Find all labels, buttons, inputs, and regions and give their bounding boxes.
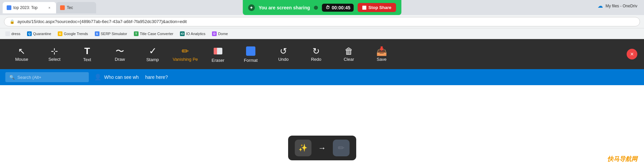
tool-clear[interactable]: 🗑 Clear — [334, 42, 364, 66]
stamp-icon: ✓ — [149, 46, 157, 56]
bookmark-favicon-io: IO — [180, 31, 185, 36]
lock-icon: 🔒 — [10, 19, 15, 24]
toolbar-close-button[interactable]: × — [627, 49, 637, 59]
url-bar[interactable]: 🔒 ayouts/15/doc.aspx?sourcedoc={489b77ab… — [4, 17, 640, 26]
submenu-arrow: → — [318, 143, 326, 153]
bookmark-label-io: IO Analytics — [186, 32, 205, 36]
tab-strip: top 2023: Top × Tec — [0, 0, 96, 15]
onedrive-tab[interactable]: ☁ My files - OneDriv — [598, 3, 637, 9]
text-icon: T — [84, 46, 90, 56]
bookmark-serp[interactable]: S SERP Simulator — [92, 31, 130, 37]
format-icon — [246, 46, 255, 56]
user-icon: 👤 — [94, 73, 101, 81]
onedrive-label: My files - OneDriv — [606, 4, 637, 8]
submenu-sparkle-button[interactable]: ✨ — [295, 140, 311, 156]
search-placeholder: Search (Alt+ — [17, 75, 41, 80]
tool-undo-label: Undo — [278, 57, 288, 62]
sharing-status-dot — [314, 6, 318, 10]
tool-save[interactable]: 📥 Save — [367, 42, 397, 66]
search-input[interactable]: 🔍 Search (Alt+ — [5, 72, 89, 82]
tab-1-favicon — [7, 5, 11, 10]
bookmark-label-address: dress — [11, 32, 20, 36]
share-user-row: 👤 Who can see wh ... hare here? — [94, 73, 168, 81]
search-icon: 🔍 — [9, 75, 15, 80]
annotation-toolbar: ↖ Mouse ⊹ Select T Text 〜 Draw ✓ Stamp ✏… — [0, 39, 644, 69]
bookmark-title-case[interactable]: T Title Case Converter — [131, 31, 176, 37]
sharing-text: You are screen sharing — [259, 5, 310, 10]
tab-2-favicon — [60, 5, 65, 10]
bookmark-favicon-dome: D — [212, 31, 217, 36]
sharepoint-header: 🔍 Search (Alt+ 👤 Who can see wh ... hare… — [0, 69, 644, 85]
bookmark-address[interactable]: dress — [3, 31, 23, 37]
bookmarks-bar: dress Q Quarantine G Google Trends S SER… — [0, 28, 644, 39]
tool-draw-label: Draw — [115, 57, 125, 62]
clock-icon: ⏱ — [326, 5, 330, 10]
tab-1[interactable]: top 2023: Top × — [3, 2, 56, 13]
tool-mouse[interactable]: ↖ Mouse — [7, 42, 37, 66]
bookmark-label-title: Title Case Converter — [140, 32, 173, 36]
tool-format-label: Format — [244, 58, 257, 63]
bookmark-quarantine[interactable]: Q Quarantine — [24, 31, 54, 37]
stop-share-label: Stop Share — [369, 5, 392, 10]
bookmark-io-analytics[interactable]: IO IO Analytics — [177, 31, 208, 37]
share-bird-icon: ✦ — [248, 4, 255, 11]
save-icon: 📥 — [376, 47, 387, 55]
tool-format[interactable]: Format — [236, 42, 266, 66]
url-text: ayouts/15/doc.aspx?sourcedoc={489b77ab-6… — [17, 19, 187, 24]
redo-icon: ↻ — [312, 47, 320, 55]
tab-2-label: Tec — [67, 5, 73, 10]
pen-submenu-icon: ✏ — [338, 143, 345, 153]
tool-undo[interactable]: ↺ Undo — [268, 42, 298, 66]
url-bar-row: 🔒 ayouts/15/doc.aspx?sourcedoc={489b77ab… — [0, 15, 644, 28]
page-content: 🔍 Search (Alt+ 👤 Who can see wh ... hare… — [0, 69, 644, 167]
trash-icon: 🗑 — [345, 47, 353, 55]
bookmark-favicon-quarantine: Q — [27, 31, 32, 36]
eraser-icon — [214, 48, 222, 54]
submenu-pen-button[interactable]: ✏ — [333, 140, 350, 156]
vanishing-pen-submenu: ✨ → ✏ — [288, 136, 356, 160]
stop-icon — [363, 6, 367, 10]
tool-clear-label: Clear — [344, 57, 354, 62]
bookmark-favicon-google: G — [58, 31, 62, 36]
bookmark-google-trends[interactable]: G Google Trends — [55, 31, 90, 37]
draw-icon: 〜 — [116, 47, 124, 55]
select-icon: ⊹ — [51, 47, 58, 55]
undo-icon: ↺ — [280, 47, 287, 55]
tool-select-label: Select — [48, 57, 60, 62]
sparkle-icon: ✨ — [298, 144, 307, 152]
bookmark-label-serp: SERP Simulator — [101, 32, 127, 36]
tool-eraser[interactable]: Eraser — [203, 42, 233, 66]
tool-text[interactable]: T Text — [72, 42, 102, 66]
tool-text-label: Text — [83, 57, 91, 62]
tool-redo-label: Redo — [311, 57, 321, 62]
stop-share-button[interactable]: Stop Share — [358, 3, 396, 12]
tab-2[interactable]: Tec — [56, 2, 96, 13]
tool-select[interactable]: ⊹ Select — [39, 42, 69, 66]
tool-save-label: Save — [377, 57, 387, 62]
tool-draw[interactable]: 〜 Draw — [105, 42, 135, 66]
browser-chrome: top 2023: Top × Tec ✦ You are screen sha… — [0, 0, 644, 15]
bookmark-label-quarantine: Quarantine — [33, 32, 51, 36]
timer-value: 00:00:45 — [332, 5, 351, 10]
tool-redo[interactable]: ↻ Redo — [301, 42, 331, 66]
tool-stamp-label: Stamp — [146, 57, 159, 62]
bookmark-favicon-title: T — [134, 31, 139, 36]
bookmark-dome[interactable]: D Dome — [209, 31, 230, 37]
watermark: 快马导航网 — [607, 155, 637, 163]
tool-mouse-label: Mouse — [15, 57, 28, 62]
mouse-icon: ↖ — [18, 47, 25, 55]
share-text: Who can see wh ... hare here? — [104, 74, 168, 80]
tool-vanishing-pen[interactable]: ✏ Vanishing Pe — [170, 42, 200, 66]
tab-1-label: top 2023: Top — [13, 5, 38, 10]
bookmark-label-google: Google Trends — [64, 32, 88, 36]
vanishing-pen-icon: ✏ — [182, 47, 189, 55]
tool-stamp[interactable]: ✓ Stamp — [138, 42, 168, 66]
onedrive-icon: ☁ — [598, 3, 603, 9]
bookmark-favicon-address — [5, 31, 10, 36]
tab-1-close[interactable]: × — [47, 5, 52, 10]
tool-eraser-label: Eraser — [212, 58, 224, 63]
close-icon: × — [630, 51, 634, 58]
timer-box: ⏱ 00:00:45 — [322, 4, 354, 12]
bookmark-favicon-serp: S — [95, 31, 99, 36]
tool-vanishing-pen-label: Vanishing Pe — [173, 57, 198, 62]
